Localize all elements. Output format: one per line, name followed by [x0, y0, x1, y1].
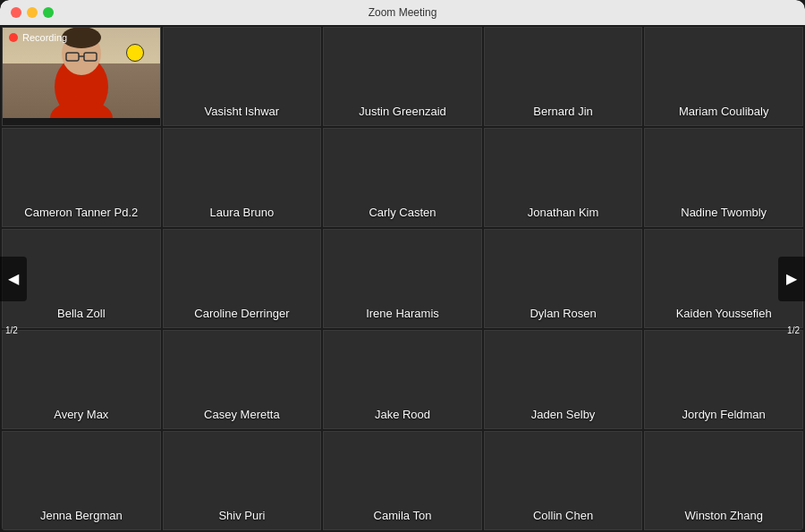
participant-name: Shiv Puri: [218, 509, 265, 522]
recording-dot: [9, 33, 18, 42]
window-title: Zoom Meeting: [369, 6, 437, 19]
participant-name: Bernard Jin: [533, 105, 592, 118]
participant-name: Collin Chen: [533, 509, 593, 522]
participant-tile-laura: Laura Bruno: [163, 128, 322, 227]
participant-name: Jenna Bergman: [40, 509, 123, 522]
participant-name: Mariam Coulibaly: [679, 105, 768, 118]
participant-tile-carly: Carly Casten: [323, 128, 482, 227]
participant-tile-jaden: Jaden Selby: [484, 330, 643, 429]
recording-label: Recording: [22, 32, 67, 43]
participant-name: Vasisht Ishwar: [205, 105, 280, 118]
participant-name: Avery Max: [54, 408, 108, 421]
participant-tile-jonathan: Jonathan Kim: [484, 128, 643, 227]
page-indicator-right: 1/2: [787, 325, 800, 335]
participant-name: Casey Meretta: [204, 408, 280, 421]
participant-tile-jenna: Jenna Bergman: [2, 431, 161, 530]
participant-name: Jordyn Feldman: [682, 408, 766, 421]
participant-tile-mariam: Mariam Coulibaly: [644, 27, 803, 126]
prev-page-button[interactable]: ◀: [0, 257, 27, 301]
participant-tile-dylan: Dylan Rosen: [484, 229, 643, 328]
participant-tile-nadine: Nadine Twombly: [644, 128, 803, 227]
participant-tile-caroline: Caroline Derringer: [163, 229, 322, 328]
participant-tile-winston: Winston Zhang: [644, 431, 803, 530]
participant-name: Bella Zoll: [57, 307, 105, 320]
participant-name: Carly Casten: [369, 206, 436, 219]
participant-tile-bernard: Bernard Jin: [484, 27, 643, 126]
participant-name: Laura Bruno: [210, 206, 275, 219]
svg-point-2: [62, 28, 101, 48]
participant-tile-jordyn: Jordyn Feldman: [644, 330, 803, 429]
participant-name: Jaden Selby: [531, 408, 596, 421]
right-arrow-icon: ▶: [786, 270, 797, 287]
participant-name: Dylan Rosen: [530, 307, 596, 320]
left-arrow-icon: ◀: [8, 270, 19, 287]
page-indicator-left: 1/2: [5, 325, 18, 335]
participant-name: Cameron Tanner Pd.2: [24, 206, 138, 219]
participant-name: Caroline Derringer: [194, 307, 289, 320]
participant-tile-avery: Avery Max: [2, 330, 161, 429]
participant-name: Winston Zhang: [684, 509, 762, 522]
participant-tile-casey: Casey Meretta: [163, 330, 322, 429]
participant-name: Nadine Twombly: [681, 206, 767, 219]
participant-name: Irene Haramis: [366, 307, 439, 320]
minimize-button[interactable]: [27, 7, 38, 18]
participant-name: Jake Rood: [375, 408, 430, 421]
participant-tile-collin: Collin Chen: [484, 431, 643, 530]
recording-badge: Recording: [9, 32, 67, 43]
participant-tile-justin: Justin Greenzaid: [323, 27, 482, 126]
participant-tile-cameron: Cameron Tanner Pd.2: [2, 128, 161, 227]
participant-tile-jake: Jake Rood: [323, 330, 482, 429]
close-button[interactable]: [11, 7, 21, 18]
title-bar: Zoom Meeting: [0, 0, 805, 25]
traffic-lights: [11, 7, 54, 18]
participant-name: Camila Ton: [374, 509, 432, 522]
participant-tile-vasisht: Vasisht Ishwar: [163, 27, 322, 126]
participant-tile-irene: Irene Haramis: [323, 229, 482, 328]
maximize-button[interactable]: [43, 7, 54, 18]
participant-tile-shiv: Shiv Puri: [163, 431, 322, 530]
next-page-button[interactable]: ▶: [778, 257, 805, 301]
participant-name: Justin Greenzaid: [359, 105, 446, 118]
main-content: Recording: [0, 25, 805, 532]
participant-name: Jonathan Kim: [528, 206, 599, 219]
participant-tile-camila: Camila Ton: [323, 431, 482, 530]
participants-grid: Vasisht Ishwar Justin Greenzaid Bernard …: [0, 25, 805, 532]
smiley-decoration: [126, 44, 144, 62]
participant-name: Kaiden Youssefieh: [676, 307, 772, 320]
